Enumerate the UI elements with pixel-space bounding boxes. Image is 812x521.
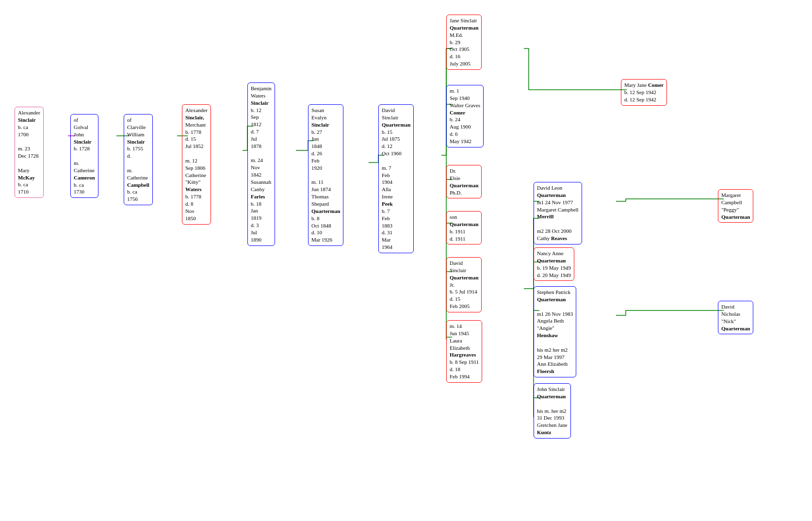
dr-elsie-quarterman: Dr.ElsieQuartermanPh.D. xyxy=(446,165,482,198)
benjamin-waters-sinclair: BenjaminWatersSinclairb. 12Sep1812d. 7Ju… xyxy=(247,82,275,246)
nancy-anne-quarterman: Nancy AnneQuartermanb. 19 May 1949d. 20 … xyxy=(534,247,574,281)
golval-john-sinclair: ofGolvalJohnSinclairb. 1728m.CatherineCa… xyxy=(70,114,98,198)
jane-sinclair-quarterman: Jane SinclairQuartermanM.Ed.b. 29Oct 190… xyxy=(446,15,482,70)
margaret-campbell-peggy: MargaretCampbell"Peggy"Quarterman xyxy=(718,189,753,223)
alexander-sinclair-1700: AlexanderSinclairb. ca1700m. 23Dec 1728M… xyxy=(15,107,44,198)
alexander-sinclair-merchant: AlexanderSinclair,Merchantb. 1778d. 15Ju… xyxy=(182,104,211,225)
david-nicholas-quarterman: DavidNicholas"Nick"Quarterman xyxy=(718,301,753,334)
walter-graves-comer: m. 1Sep 1940Walter GravesComerb. 24Aug 1… xyxy=(446,85,484,147)
david-sinclair-quarterman: DavidSinclairQuartermanb. 15Jul 1875d. 1… xyxy=(378,104,414,253)
mary-jane-comer: Mary Jane Comerb. 12 Sep 1942d. 12 Sep 1… xyxy=(621,79,667,106)
john-sinclair-quarterman: John SinclairQuartermanhis m. her m231 D… xyxy=(534,383,571,439)
stephen-patrick-quarterman: Stephen PatrickQuartermanm1 26 Nov 1983A… xyxy=(534,286,576,377)
son-quarterman: sonQuartermanb. 1911d. 1911 xyxy=(446,211,482,244)
david-sinclair-quarterman-jr: DavidSinclairQuartermanJr.b. 5 Jul 1914d… xyxy=(446,257,482,312)
laura-elizabeth-hargreaves: m. 14Jun 1945LauraElizabethHargreavesb. … xyxy=(446,320,482,383)
david-leon-quarterman: David LeonQuartermanm1 24 Nov 1977Margar… xyxy=(534,182,582,244)
susan-evalyn-sinclair: SusanEvalynSinclairb. 27Jun1848d. 26Feb1… xyxy=(308,104,343,246)
clarville-william-sinclair: ofClarvilleWilliamSinclairb. 1755d.m.Cat… xyxy=(124,114,153,205)
